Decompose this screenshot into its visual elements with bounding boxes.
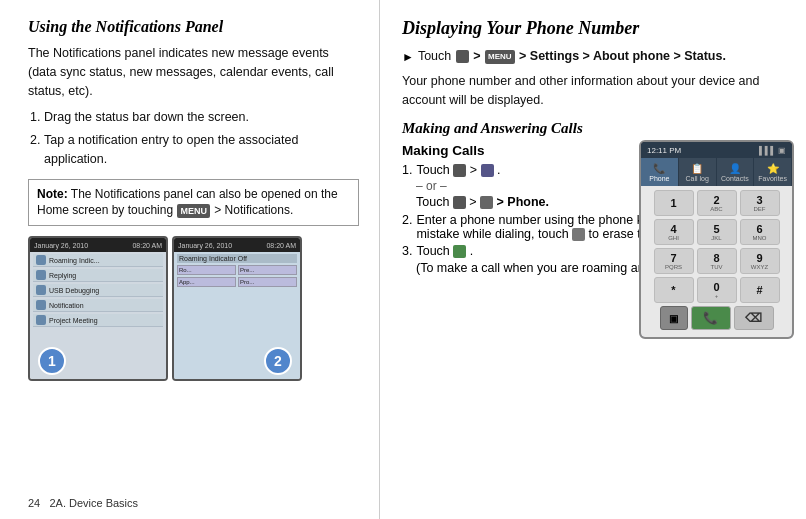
- key-hash[interactable]: #: [740, 277, 780, 303]
- screen-row-3: USB Debugging: [33, 284, 163, 297]
- note-body: The Notifications panel can also be open…: [37, 187, 338, 218]
- phone-status-icons: ▌▌▌ ▣: [759, 146, 786, 155]
- right-screen: January 26, 2010 08:20 AM Roaming Indica…: [172, 236, 302, 381]
- grid-icon-step1: [480, 196, 493, 209]
- circle-badge-2: 2: [264, 347, 292, 375]
- instruction-path: > MENU > Settings > About phone > Status…: [473, 49, 726, 63]
- backspace-button[interactable]: ⌫: [734, 306, 774, 330]
- instruction-body: Touch > MENU > Settings > About phone > …: [418, 47, 726, 66]
- signal-icon: ▌▌▌: [759, 146, 776, 155]
- phone-keypad: 1 2ABC 3DEF 4GHI 5JKL 6MNO 7PQRS 8TUV 9W…: [641, 186, 792, 337]
- panel-item-4: Pro...: [238, 277, 297, 287]
- phone-icon-step1: [481, 164, 494, 177]
- left-column: Using the Notifications Panel The Notifi…: [0, 0, 380, 519]
- page-footer: 24 2A. Device Basics: [28, 497, 138, 509]
- step-1: Drag the status bar down the screen.: [44, 108, 359, 127]
- date-text-right: January 26, 2010: [178, 242, 232, 249]
- row-icon: [36, 270, 46, 280]
- key-0[interactable]: 0+: [697, 277, 737, 303]
- tab-contacts-label: Contacts: [721, 175, 749, 182]
- home-icon: [456, 50, 469, 63]
- keypad-row-3: 7PQRS 8TUV 9WXYZ: [645, 248, 788, 274]
- key-5[interactable]: 5JKL: [697, 219, 737, 245]
- right-screen-body: Roaming Indicator Off Ro... Pre... App..…: [174, 252, 300, 379]
- screen-row-2: Replying: [33, 269, 163, 282]
- keypad-action-row: ▣ 📞 ⌫: [645, 306, 788, 330]
- circle-badge-1: 1: [38, 347, 66, 375]
- favorites-tab-icon: ⭐: [767, 163, 779, 174]
- key-voicemail[interactable]: ▣: [660, 306, 688, 330]
- date-text: January 26, 2010: [34, 242, 88, 249]
- contacts-tab-icon: 👤: [729, 163, 741, 174]
- step-2: Tap a notification entry to open the ass…: [44, 131, 359, 169]
- phone-tab-icon: 📞: [653, 163, 665, 174]
- voicemail-icon: ▣: [669, 313, 678, 324]
- battery-icon: ▣: [778, 146, 786, 155]
- row-icon: [36, 315, 46, 325]
- left-steps: Drag the status bar down the screen. Tap…: [44, 108, 359, 168]
- left-section-title: Using the Notifications Panel: [28, 18, 359, 36]
- screen-row-4: Notification: [33, 299, 163, 312]
- screen-illustration: January 26, 2010 08:20 AM Roaming Indic.…: [28, 236, 359, 381]
- instruction-line: ► Touch > MENU > Settings > About phone …: [402, 47, 786, 66]
- key-2[interactable]: 2ABC: [697, 190, 737, 216]
- left-screen-body: Roaming Indic... Replying USB Debugging …: [30, 252, 166, 379]
- screen-row-1: Roaming Indic...: [33, 254, 163, 267]
- row-icon: [36, 300, 46, 310]
- making-answering-title: Making and Answering Calls: [402, 120, 786, 137]
- call-button[interactable]: 📞: [691, 306, 731, 330]
- left-screen: January 26, 2010 08:20 AM Roaming Indic.…: [28, 236, 168, 381]
- time-text-right: 08:20 AM: [266, 242, 296, 249]
- left-intro: The Notifications panel indicates new me…: [28, 44, 359, 100]
- menu-icon-badge: MENU: [177, 204, 210, 219]
- delete-icon-step2: [572, 228, 585, 241]
- key-4[interactable]: 4GHI: [654, 219, 694, 245]
- key-star[interactable]: *: [654, 277, 694, 303]
- call-icon: 📞: [703, 311, 718, 325]
- home-icon-step1b: [453, 196, 466, 209]
- tab-calllog[interactable]: 📋 Call log: [679, 158, 717, 186]
- phone-description: Your phone number and other information …: [402, 72, 786, 110]
- keypad-row-2: 4GHI 5JKL 6MNO: [645, 219, 788, 245]
- phone-ui-wrapper: 12:11 PM ▌▌▌ ▣ 📞 Phone 📋 Call log 👤: [639, 140, 794, 339]
- panel-item-1: Ro...: [177, 265, 236, 275]
- key-1[interactable]: 1: [654, 190, 694, 216]
- row-icon: [36, 255, 46, 265]
- phone-status-bar: 12:11 PM ▌▌▌ ▣: [641, 142, 792, 158]
- panel-item-3: App...: [177, 277, 236, 287]
- panel-item-2: Pre...: [238, 265, 297, 275]
- right-section-title: Displaying Your Phone Number: [402, 18, 786, 39]
- screen-row-5: Project Meeting: [33, 314, 163, 327]
- time-text: 08:20 AM: [132, 242, 162, 249]
- keypad-row-4: * 0+ #: [645, 277, 788, 303]
- key-7[interactable]: 7PQRS: [654, 248, 694, 274]
- note-box: Note: The Notifications panel can also b…: [28, 179, 359, 227]
- backspace-icon: ⌫: [745, 311, 762, 325]
- right-screen-header: January 26, 2010 08:20 AM: [174, 238, 300, 252]
- note-label: Note:: [37, 187, 68, 201]
- key-3[interactable]: 3DEF: [740, 190, 780, 216]
- tab-favorites-label: Favorites: [758, 175, 787, 182]
- key-9[interactable]: 9WXYZ: [740, 248, 780, 274]
- right-column: Displaying Your Phone Number ► Touch > M…: [380, 0, 806, 519]
- phone-ui: 12:11 PM ▌▌▌ ▣ 📞 Phone 📋 Call log 👤: [639, 140, 794, 339]
- key-6[interactable]: 6MNO: [740, 219, 780, 245]
- call-icon-step3: [453, 245, 466, 258]
- calllog-tab-icon: 📋: [691, 163, 703, 174]
- keypad-row-1: 1 2ABC 3DEF: [645, 190, 788, 216]
- tab-contacts[interactable]: 👤 Contacts: [717, 158, 755, 186]
- tab-phone-label: Phone: [649, 175, 669, 182]
- phone-nav-tabs: 📞 Phone 📋 Call log 👤 Contacts ⭐ Favorite…: [641, 158, 792, 186]
- tab-calllog-label: Call log: [685, 175, 708, 182]
- row-icon: [36, 285, 46, 295]
- phone-time: 12:11 PM: [647, 146, 681, 155]
- key-8[interactable]: 8TUV: [697, 248, 737, 274]
- tab-favorites[interactable]: ⭐ Favorites: [754, 158, 792, 186]
- arrow-bullet: ►: [402, 48, 414, 66]
- tab-phone[interactable]: 📞 Phone: [641, 158, 679, 186]
- left-screen-header: January 26, 2010 08:20 AM: [30, 238, 166, 252]
- home-icon-step1: [453, 164, 466, 177]
